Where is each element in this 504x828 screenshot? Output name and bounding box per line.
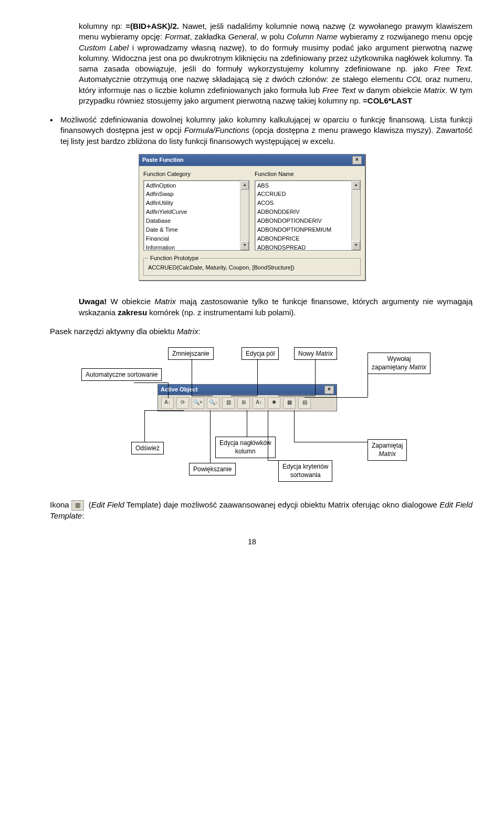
edit-field-template-icon: ▥ (71, 500, 84, 511)
text-italic: Matrix (177, 327, 198, 336)
list-item[interactable]: ACCRUED (255, 190, 360, 199)
close-icon[interactable]: × (324, 386, 334, 394)
list-item[interactable]: AdfinUtility (144, 199, 249, 208)
text-italic: COL (406, 75, 423, 84)
text: ( (86, 500, 91, 509)
bullet-paragraph: Możliwość zdefiniowania dowolnej kolumny… (50, 115, 472, 147)
new-matrix-icon[interactable]: ✱ (268, 397, 280, 409)
text: kolumn (235, 448, 256, 455)
toolbar-titlebar[interactable]: Active Object × (158, 385, 337, 395)
scroll-up-icon[interactable]: ▴ (240, 181, 249, 190)
text-italic: Free Text (434, 64, 470, 73)
text: komórek (np. z instrumentami lub polami)… (147, 308, 296, 317)
refresh-icon[interactable]: ⟳ (176, 397, 189, 409)
callout-edycja-kryteriow: Edycja kryteriów sortowania (278, 460, 332, 481)
text: Template) daje możliwość zaawansowanej e… (124, 500, 440, 509)
text-italic: Matrix (424, 86, 445, 95)
function-prototype-label: Function Prototype (148, 254, 201, 262)
sort-criteria-icon[interactable]: A↕ (253, 397, 265, 409)
list-item[interactable]: ABS (255, 181, 360, 190)
connector-line (268, 410, 268, 460)
text-italic: Format (165, 32, 190, 41)
connector-line (192, 396, 213, 396)
function-category-listbox[interactable]: AdfinOption AdfinSwap AdfinUtility Adfin… (143, 180, 249, 251)
text: Nowy (298, 350, 316, 357)
paste-function-dialog: Paste Function × Function Category Adfin… (139, 154, 365, 281)
page-number: 18 (32, 537, 472, 547)
callout-edycja-pol: Edycja pól (242, 347, 279, 360)
list-item[interactable]: Database (144, 216, 249, 225)
list-item[interactable]: ADBONDPRICE (255, 234, 360, 243)
paragraph-uwaga: Uwaga! W obiekcie Matrix mają zastosowan… (79, 296, 472, 318)
text: kolumny np: (79, 22, 125, 30)
scroll-up-icon[interactable]: ▴ (352, 181, 360, 190)
text: w danym obiekcie (355, 86, 424, 95)
function-name-listbox[interactable]: ABS ACCRUED ACOS ADBONDDERIV ADBONDOPTIO… (255, 180, 361, 251)
list-item[interactable]: AdfinSwap (144, 190, 249, 199)
text-italic: General (228, 32, 256, 41)
scrollbar[interactable]: ▴ ▾ (240, 181, 249, 250)
list-item[interactable]: ACOS (255, 199, 360, 208)
connector-line (315, 359, 316, 396)
dialog-titlebar[interactable]: Paste Function × (139, 154, 365, 166)
connector-line (192, 359, 192, 396)
text: Zapamiętaj (372, 442, 403, 449)
save-matrix-icon[interactable]: ▦ (283, 397, 296, 409)
paragraph-pasek: Pasek narzędzi aktywny dla obiektu Matri… (50, 326, 472, 337)
text: Pasek narzędzi aktywny dla obiektu (50, 327, 177, 336)
connector-line (257, 359, 258, 396)
connector-line (210, 410, 211, 463)
connector-line (144, 410, 145, 442)
list-item[interactable]: ADBONDOPTIONDERIV (255, 216, 360, 225)
list-item[interactable]: Financial (144, 234, 249, 243)
list-item[interactable]: ADBONDSPREAD (255, 243, 360, 251)
text: W obiekcie (107, 297, 154, 306)
text: , w polu (256, 32, 287, 41)
text: i wprowadzamy własną nazwę), to do formu… (79, 43, 472, 74)
connector-line (368, 371, 368, 397)
scrollbar[interactable]: ▴ ▾ (351, 181, 360, 250)
list-item[interactable]: ADBONDDERIV (255, 208, 360, 216)
callout-zapamietaj: Zapamiętaj Matrix (368, 439, 407, 460)
text: , zakładka (190, 32, 228, 41)
paragraph-1: kolumny np: =(BID+ASK)/2. Nawet, jeśli n… (79, 21, 472, 106)
active-object-toolbar[interactable]: Active Object × A↓ ⟳ 🔍+ 🔍- ▥ ⊞ A↕ ✱ ▦ ▤ (158, 384, 337, 411)
function-name-label: Function Name (255, 170, 361, 178)
edit-field-icon[interactable]: ▥ (222, 397, 235, 409)
scroll-down-icon[interactable]: ▾ (352, 241, 360, 250)
zoom-in-icon[interactable]: 🔍+ (192, 397, 204, 409)
list-item[interactable]: ADBONDOPTIONPREMIUM (255, 225, 360, 234)
callout-wywolaj: Wywołaj zapamiętany Matrix (368, 353, 430, 374)
text: : (198, 327, 201, 336)
text-italic: Edit Field (91, 500, 124, 509)
list-item[interactable]: Date & Time (144, 225, 249, 234)
scroll-down-icon[interactable]: ▾ (240, 241, 249, 250)
function-prototype-group: Function Prototype ACCRUED(CalcDate, Mat… (143, 258, 361, 276)
list-item[interactable]: Information (144, 243, 249, 251)
callout-odswiez: Odśwież (131, 442, 164, 454)
zoom-out-icon[interactable]: 🔍- (207, 397, 219, 409)
dialog-title-text: Paste Function (142, 156, 184, 164)
connector-line (247, 410, 247, 437)
text: Edycja kryteriów (282, 463, 328, 470)
connector-line (278, 396, 315, 396)
function-prototype-value: ACCRUED(CalcDate, Maturity, Coupon, [Bon… (148, 264, 356, 272)
text: zapamiętany (372, 364, 409, 371)
load-matrix-icon[interactable]: ▤ (298, 397, 311, 409)
text-italic: Formula/Functions (184, 126, 249, 134)
callout-zmniejszanie: Zmniejszanie (168, 347, 214, 360)
text-bold: Uwaga! (79, 297, 107, 306)
list-item[interactable]: AdfinOption (144, 181, 249, 190)
text-italic: Matrix (409, 364, 426, 371)
text: : (82, 511, 84, 520)
callout-edycja-naglowkow: Edycja nagłówków kolumn (215, 437, 276, 458)
text-bold: =COL6*LAST (363, 96, 412, 105)
close-icon[interactable]: × (352, 156, 362, 164)
text-italic: Matrix (154, 297, 176, 306)
list-item[interactable]: AdfinYieldCurve (144, 208, 249, 216)
text: Wywołaj (387, 355, 411, 363)
connector-line (294, 442, 368, 442)
edit-columns-icon[interactable]: ⊞ (237, 397, 250, 409)
auto-sort-icon[interactable]: A↓ (161, 397, 174, 409)
text-italic: Column Name (287, 32, 338, 41)
